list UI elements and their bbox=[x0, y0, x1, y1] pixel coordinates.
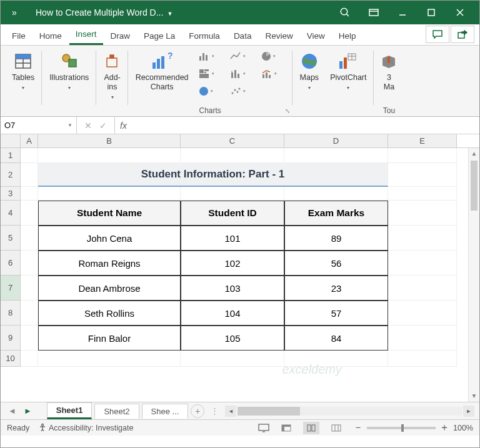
tab-help[interactable]: Help bbox=[332, 27, 362, 45]
combo-chart-button[interactable]: ▾ bbox=[259, 66, 289, 82]
table-cell[interactable]: 56 bbox=[284, 251, 388, 276]
quick-access-overflow[interactable]: » bbox=[6, 7, 23, 17]
col-header-a[interactable]: A bbox=[21, 134, 38, 147]
sheet-tab-3[interactable]: Shee ... bbox=[142, 404, 189, 419]
map-chart-button[interactable]: ▾ bbox=[196, 83, 226, 99]
table-cell[interactable]: 104 bbox=[181, 301, 284, 326]
col-header-b[interactable]: B bbox=[38, 134, 181, 147]
tabs-prev-icon[interactable]: ◄ bbox=[6, 406, 19, 416]
table-cell[interactable]: Finn Balor bbox=[38, 326, 181, 351]
display-settings-icon[interactable] bbox=[258, 424, 269, 432]
tabs-next-icon[interactable]: ► bbox=[21, 406, 34, 416]
zoom-out-button[interactable]: － bbox=[353, 421, 363, 434]
table-cell[interactable]: Roman Reigns bbox=[38, 251, 181, 276]
row-header-3[interactable]: 3 bbox=[1, 187, 21, 201]
charts-dialog-launcher[interactable]: ⤡ bbox=[285, 107, 290, 114]
tab-insert[interactable]: Insert bbox=[69, 25, 103, 45]
table-cell[interactable]: 105 bbox=[181, 326, 284, 351]
pivotchart-button[interactable]: PivotChart▾ bbox=[326, 48, 370, 94]
scatter-chart-button[interactable]: ▾ bbox=[228, 83, 258, 99]
col-header-d[interactable]: D bbox=[284, 134, 388, 147]
table-cell[interactable]: 103 bbox=[181, 276, 284, 301]
table-cell[interactable]: Dean Ambrose bbox=[38, 276, 181, 301]
table-cell[interactable]: 57 bbox=[284, 301, 388, 326]
normal-view-button[interactable] bbox=[278, 422, 294, 434]
page-break-view-button[interactable] bbox=[328, 422, 344, 434]
table-cell[interactable]: 102 bbox=[181, 251, 284, 276]
tab-file[interactable]: File bbox=[6, 27, 32, 45]
scroll-up-icon[interactable]: ▲ bbox=[469, 148, 479, 159]
select-all-corner[interactable] bbox=[1, 134, 21, 147]
hierarchy-chart-button[interactable]: ▾ bbox=[196, 66, 226, 82]
fx-label[interactable]: fx bbox=[115, 117, 132, 134]
name-box[interactable]: O7▼ bbox=[1, 117, 77, 134]
zoom-in-button[interactable]: ＋ bbox=[439, 421, 449, 434]
row-header-4[interactable]: 4 bbox=[1, 201, 21, 226]
table-cell[interactable]: 23 bbox=[284, 276, 388, 301]
table-cell[interactable]: John Cena bbox=[38, 226, 181, 251]
row-header-2[interactable]: 2 bbox=[1, 163, 21, 187]
minimize-button[interactable] bbox=[388, 1, 417, 24]
table-cell[interactable]: Seth Rollins bbox=[38, 301, 181, 326]
tab-home[interactable]: Home bbox=[33, 27, 68, 45]
column-chart-button[interactable]: ▾ bbox=[196, 48, 226, 64]
row-header-6[interactable]: 6 bbox=[1, 251, 21, 276]
svg-rect-32 bbox=[238, 74, 239, 78]
illustrations-button[interactable]: Illustrations▾ bbox=[46, 48, 92, 94]
svg-rect-18 bbox=[152, 62, 156, 69]
horizontal-scrollbar[interactable]: ◄ ► bbox=[225, 406, 474, 417]
formula-input[interactable] bbox=[132, 117, 479, 134]
th-name[interactable]: Student Name bbox=[38, 201, 181, 226]
zoom-level[interactable]: 100% bbox=[453, 424, 473, 432]
add-sheet-button[interactable]: + bbox=[191, 404, 204, 418]
statistic-chart-button[interactable]: ▾ bbox=[228, 66, 258, 82]
recommended-charts-button[interactable]: ? Recommended Charts bbox=[132, 48, 192, 94]
maximize-button[interactable] bbox=[417, 1, 446, 24]
accessibility-status[interactable]: Accessibility: Investigate bbox=[38, 423, 133, 432]
tab-formulas[interactable]: Formula bbox=[182, 27, 226, 45]
ribbon-display-button[interactable] bbox=[359, 1, 388, 24]
maps-button[interactable]: Maps▾ bbox=[296, 48, 323, 94]
comments-button[interactable] bbox=[426, 26, 449, 43]
hscroll-right-icon[interactable]: ► bbox=[463, 406, 474, 417]
title-dropdown-icon[interactable]: ▼ bbox=[167, 11, 172, 17]
vertical-scrollbar[interactable]: ▲ ▼ bbox=[468, 148, 479, 402]
scroll-thumb[interactable] bbox=[471, 161, 478, 211]
search-button[interactable] bbox=[331, 1, 359, 24]
tab-view[interactable]: View bbox=[301, 27, 331, 45]
table-title[interactable]: Student Information: Part - 1 bbox=[38, 163, 388, 187]
hscroll-thumb[interactable] bbox=[238, 407, 300, 416]
row-header-10[interactable]: 10 bbox=[1, 351, 21, 367]
line-chart-button[interactable]: ▾ bbox=[228, 48, 258, 64]
row-header-8[interactable]: 8 bbox=[1, 301, 21, 326]
tab-data[interactable]: Data bbox=[228, 27, 258, 45]
enter-formula-icon[interactable]: ✓ bbox=[99, 121, 107, 131]
th-marks[interactable]: Exam Marks bbox=[284, 201, 388, 226]
th-id[interactable]: Student ID bbox=[181, 201, 284, 226]
share-button[interactable] bbox=[451, 26, 474, 43]
sheet-tab-1[interactable]: Sheet1 bbox=[47, 402, 92, 419]
addins-button[interactable]: Add- ins▾ bbox=[100, 48, 124, 103]
cancel-formula-icon[interactable]: ✕ bbox=[84, 121, 92, 131]
col-header-c[interactable]: C bbox=[181, 134, 284, 147]
pie-chart-button[interactable]: ▾ bbox=[259, 48, 289, 64]
col-header-e[interactable]: E bbox=[388, 134, 457, 147]
tables-button[interactable]: Tables▾ bbox=[8, 48, 38, 94]
row-header-1[interactable]: 1 bbox=[1, 148, 21, 163]
table-cell[interactable]: 101 bbox=[181, 226, 284, 251]
3d-map-button[interactable]: 3 Ma bbox=[378, 48, 400, 94]
tab-review[interactable]: Review bbox=[259, 27, 299, 45]
row-header-5[interactable]: 5 bbox=[1, 226, 21, 251]
close-button[interactable] bbox=[446, 1, 474, 24]
hscroll-left-icon[interactable]: ◄ bbox=[225, 406, 236, 417]
table-cell[interactable]: 84 bbox=[284, 326, 388, 351]
row-header-9[interactable]: 9 bbox=[1, 326, 21, 351]
sheet-tab-2[interactable]: Sheet2 bbox=[94, 404, 139, 419]
scroll-down-icon[interactable]: ▼ bbox=[469, 391, 479, 402]
table-cell[interactable]: 89 bbox=[284, 226, 388, 251]
tab-page-layout[interactable]: Page La bbox=[138, 27, 181, 45]
tab-draw[interactable]: Draw bbox=[104, 27, 137, 45]
zoom-slider[interactable] bbox=[367, 427, 436, 429]
row-header-7[interactable]: 7 bbox=[1, 276, 21, 301]
page-layout-view-button[interactable] bbox=[303, 422, 319, 434]
